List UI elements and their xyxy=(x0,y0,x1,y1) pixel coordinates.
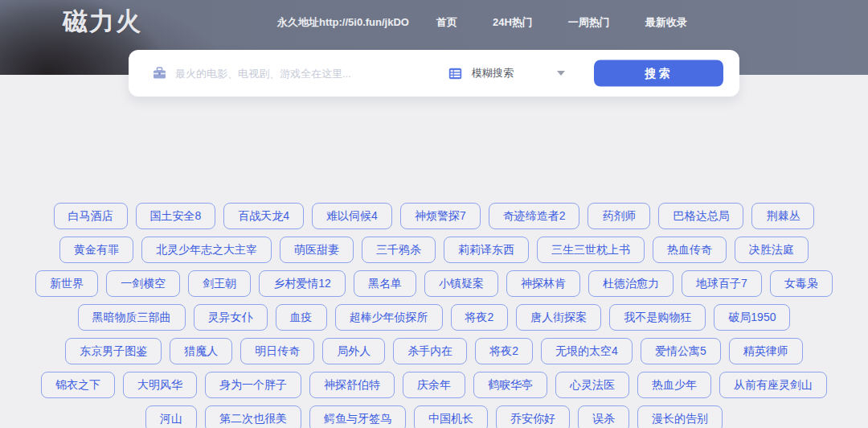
tag-button[interactable]: 大明风华 xyxy=(123,372,197,398)
nav-item-24h-hot[interactable]: 24H热门 xyxy=(493,15,533,30)
tag-button[interactable]: 身为一个胖子 xyxy=(205,372,301,398)
tag-button[interactable]: 误杀 xyxy=(578,405,629,428)
tag-button[interactable]: 萌医甜妻 xyxy=(280,237,354,263)
tag-button[interactable]: 漫长的告别 xyxy=(637,405,723,428)
tag-button[interactable]: 无垠的太空4 xyxy=(541,338,633,364)
search-panel: 模糊搜索 搜索 xyxy=(129,50,739,97)
tag-button[interactable]: 锦衣之下 xyxy=(41,372,115,398)
tag-button[interactable]: 破局1950 xyxy=(714,304,790,331)
tag-button[interactable]: 庆余年 xyxy=(403,372,465,398)
tag-button[interactable]: 三生三世枕上书 xyxy=(537,237,645,263)
chevron-down-icon xyxy=(557,71,565,76)
permanent-address-text: 永久地址http://5i0.fun/jkDO xyxy=(277,15,409,30)
tag-button[interactable]: 黄金有罪 xyxy=(59,237,133,263)
tag-button[interactable]: 莉莉译东西 xyxy=(444,237,529,263)
search-button[interactable]: 搜索 xyxy=(594,60,723,87)
tag-button[interactable]: 巴格达总局 xyxy=(658,203,743,229)
tag-button[interactable]: 局外人 xyxy=(322,338,385,364)
tag-button[interactable]: 中国机长 xyxy=(414,405,488,428)
tag-button[interactable]: 新世界 xyxy=(35,270,98,297)
tag-button[interactable]: 地球百子7 xyxy=(682,270,762,297)
tag-button[interactable]: 国土安全8 xyxy=(136,203,216,229)
tag-button[interactable]: 乔安你好 xyxy=(496,405,570,428)
nav-item-week-hot[interactable]: 一周热门 xyxy=(568,15,610,30)
tag-button[interactable]: 一剑横空 xyxy=(106,270,180,297)
nav-item-latest[interactable]: 最新收录 xyxy=(645,15,687,30)
tag-button[interactable]: 女毒枭 xyxy=(770,270,833,297)
search-input[interactable] xyxy=(175,50,440,97)
tag-button[interactable]: 鹤唳华亭 xyxy=(473,372,547,398)
tag-button[interactable]: 神烦警探7 xyxy=(400,203,481,229)
tag-button[interactable]: 心灵法医 xyxy=(555,372,629,398)
tag-row: 锦衣之下大明风华身为一个胖子神探舒伯特庆余年鹤唳华亭心灵法医热血少年从前有座灵剑… xyxy=(41,372,827,398)
search-mode-label: 模糊搜索 xyxy=(472,66,514,80)
tag-button[interactable]: 剑王朝 xyxy=(188,270,251,297)
tag-button[interactable]: 精英律师 xyxy=(729,338,803,364)
list-grid-icon xyxy=(448,68,462,80)
header-nav: 首页 24H热门 一周热门 最新收录 xyxy=(436,15,687,30)
tag-button[interactable]: 乡村爱情12 xyxy=(259,270,346,297)
tag-row: 白马酒店国土安全8百战天龙4难以伺候4神烦警探7奇迹缔造者2药剂师巴格达总局荆棘… xyxy=(54,203,815,229)
tag-button[interactable]: 奇迹缔造者2 xyxy=(489,203,580,229)
tag-row: 东京男子图鉴猎魔人明日传奇局外人杀手内在将夜2无垠的太空4爱情公寓5精英律师 xyxy=(65,338,802,364)
tag-button[interactable]: 明日传奇 xyxy=(240,338,314,364)
tag-button[interactable]: 杜德治愈力 xyxy=(588,270,674,297)
tag-button[interactable]: 黑暗物质三部曲 xyxy=(78,304,186,331)
tag-button[interactable]: 将夜2 xyxy=(451,304,509,331)
tag-button[interactable]: 第二次也很美 xyxy=(205,405,301,428)
tag-button[interactable]: 东京男子图鉴 xyxy=(65,338,162,364)
tag-button[interactable]: 灵异女仆 xyxy=(194,304,268,331)
tag-button[interactable]: 药剂师 xyxy=(588,203,650,229)
tag-button[interactable]: 我不是购物狂 xyxy=(609,304,706,331)
tag-button[interactable]: 小镇疑案 xyxy=(424,270,498,297)
tag-button[interactable]: 决胜法庭 xyxy=(735,237,809,263)
tag-button[interactable]: 黑名单 xyxy=(354,270,416,297)
tag-button[interactable]: 血疫 xyxy=(276,304,327,331)
tag-button[interactable]: 超棒少年侦探所 xyxy=(335,304,443,331)
search-mode-select[interactable]: 模糊搜索 xyxy=(448,50,573,97)
tag-button[interactable]: 难以伺候4 xyxy=(312,203,392,229)
tag-button[interactable]: 河山 xyxy=(145,405,197,428)
tag-row: 黄金有罪北灵少年志之大主宰萌医甜妻三千鸦杀莉莉译东西三生三世枕上书热血传奇决胜法… xyxy=(59,237,809,263)
tag-button[interactable]: 鳄鱼与牙签鸟 xyxy=(309,405,406,428)
tag-button[interactable]: 杀手内在 xyxy=(393,338,467,364)
tag-button[interactable]: 神探舒伯特 xyxy=(309,372,395,398)
tag-button[interactable]: 神探林肯 xyxy=(506,270,580,297)
tag-button[interactable]: 百战天龙4 xyxy=(223,203,304,229)
tag-button[interactable]: 北灵少年志之大主宰 xyxy=(141,237,272,263)
tag-button[interactable]: 热血传奇 xyxy=(653,237,727,263)
site-logo[interactable]: 磁力火 xyxy=(63,5,142,39)
tag-button[interactable]: 唐人街探案 xyxy=(516,304,601,331)
tag-button[interactable]: 荆棘丛 xyxy=(751,203,814,229)
tag-row: 黑暗物质三部曲灵异女仆血疫超棒少年侦探所将夜2唐人街探案我不是购物狂破局1950 xyxy=(78,304,791,331)
briefcase-icon xyxy=(153,67,166,80)
tag-button[interactable]: 三千鸦杀 xyxy=(362,237,436,263)
tag-button[interactable]: 爱情公寓5 xyxy=(641,338,721,364)
tag-button[interactable]: 将夜2 xyxy=(475,338,533,364)
tag-cloud: 白马酒店国土安全8百战天龙4难以伺候4神烦警探7奇迹缔造者2药剂师巴格达总局荆棘… xyxy=(0,203,868,428)
tag-row: 新世界一剑横空剑王朝乡村爱情12黑名单小镇疑案神探林肯杜德治愈力地球百子7女毒枭 xyxy=(35,270,832,297)
tag-button[interactable]: 白马酒店 xyxy=(54,203,128,229)
tag-button[interactable]: 热血少年 xyxy=(637,372,711,398)
tag-row: 河山第二次也很美鳄鱼与牙签鸟中国机长乔安你好误杀漫长的告别 xyxy=(145,405,723,428)
nav-item-home[interactable]: 首页 xyxy=(436,15,457,30)
tag-button[interactable]: 猎魔人 xyxy=(170,338,232,364)
tag-button[interactable]: 从前有座灵剑山 xyxy=(719,372,827,398)
